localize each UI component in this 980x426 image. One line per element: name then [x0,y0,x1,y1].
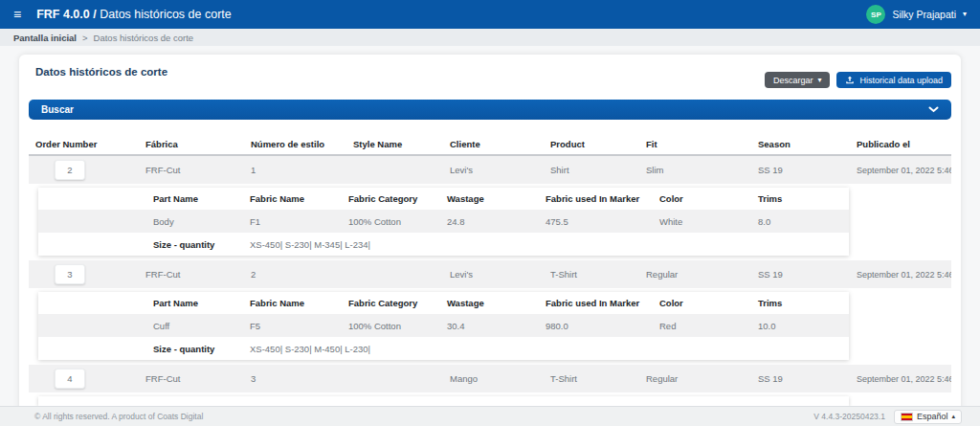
top-bar: ≡ FRF 4.0.0 / Datos históricos de corte … [0,0,980,29]
action-buttons: Descargar ▾ Historical data upload [765,72,951,88]
sub-column-header: Part Name [146,292,243,314]
user-name: Silky Prajapati [892,9,956,20]
sub-column-header: Fabric Name [243,188,342,210]
order-number-cell: 3 [29,260,139,288]
size-quantity-row: Size - quantity XS-450| S-230| M-450| L-… [38,337,849,360]
order-number-button[interactable]: 3 [55,264,85,284]
search-accordion[interactable]: Buscar [29,100,951,120]
order-number-button[interactable]: 4 [55,369,85,389]
language-label: Español [917,412,948,421]
size-quantity-label: Size - quantity [146,337,243,360]
content-card: Datos históricos de corte Descargar ▾ Hi… [19,55,961,426]
style-name-cell [346,365,443,392]
order-number-cell: 2 [29,156,139,184]
size-quantity-label: Size - quantity [146,233,243,256]
sub-column-header: Color [653,188,751,210]
fabric-name-cell: F1 [243,210,342,233]
color-cell: Red [653,314,751,337]
column-header: Fábrica [139,134,244,154]
cliente-cell: Levi's [443,260,544,288]
detail-subtable-partial [38,396,849,406]
fabrica-cell: FRF-Cut [139,156,244,184]
table-header-row: Order Number Fábrica Número de estilo St… [29,134,951,156]
sub-column-header: Fabric Category [342,188,440,210]
user-menu[interactable]: SP Silky Prajapati ▾ [866,5,967,24]
brand-name: FRF 4.0.0 / [36,8,97,21]
footer-right: V 4.4.3-20250423.1 Español ▴ [813,410,962,424]
part-name-cell: Cuff [146,314,243,337]
spacer-cell [38,210,146,233]
caret-down-icon: ▾ [817,77,821,84]
column-header: Número de estilo [244,134,346,154]
publicado-cell: September 01, 2022 5:46pm [850,260,951,288]
footer: © All rights reserved. A product of Coat… [0,406,980,426]
wastage-cell: 24.8 [440,210,539,233]
download-button[interactable]: Descargar ▾ [765,72,831,88]
sub-column-header: Trims [751,292,849,314]
chevron-down-icon: ▾ [963,11,967,18]
size-quantity-row: Size - quantity XS-450| S-230| M-345| L-… [38,233,849,256]
sub-column-header: Fabric used In Marker [539,292,653,314]
spacer-cell [38,292,146,314]
search-accordion-label: Buscar [41,104,74,115]
header-page-title: Datos históricos de corte [100,8,232,21]
avatar: SP [866,5,885,24]
sub-column-header: Fabric used In Marker [539,188,653,210]
copyright-text: © All rights reserved. A product of Coat… [34,412,203,421]
column-header: Product [544,134,639,154]
size-quantity-value: XS-450| S-230| M-345| L-234| [243,233,849,256]
column-header: Fit [639,134,751,154]
numero-estilo-cell: 2 [244,260,346,288]
sub-column-header: Fabric Name [243,292,342,314]
breadcrumb-home-link[interactable]: Pantalla inicial [13,33,77,43]
cliente-cell: Mango [443,365,544,392]
fabric-name-cell: F5 [243,314,342,337]
breadcrumb-separator: > [82,33,88,43]
table-row: 3 FRF-Cut 2 Levi's T-Shirt Regular SS 19… [29,260,951,288]
sub-column-header: Part Name [146,188,243,210]
hamburger-menu-icon[interactable]: ≡ [13,8,21,21]
sub-column-header: Fabric Category [342,292,440,314]
table-row: 2 FRF-Cut 1 Levi's Shirt Slim SS 19 Sept… [29,156,951,184]
sub-column-header: Wastage [440,188,539,210]
spain-flag-icon [901,413,913,421]
chevron-down-icon [928,106,939,113]
part-name-cell: Body [146,210,243,233]
sub-column-header: Trims [751,188,849,210]
version-text: V 4.4.3-20250423.1 [813,412,885,421]
season-cell: SS 19 [751,156,850,184]
fabric-used-cell: 475.5 [539,210,653,233]
style-name-cell [346,156,443,184]
upload-button-label: Historical data upload [859,76,943,85]
subtable-header-row: Part Name Fabric Name Fabric Category Wa… [38,188,849,210]
publicado-cell: September 01, 2022 5:46pm [850,156,951,184]
spacer-cell [38,314,146,337]
sub-column-header: Color [653,292,751,314]
product-cell: Shirt [544,156,639,184]
column-header: Publicado el [850,134,951,154]
spacer-cell [38,188,146,210]
numero-estilo-cell: 1 [244,156,346,184]
product-cell: T-Shirt [544,365,639,392]
trims-cell: 10.0 [751,314,849,337]
table-row: 4 FRF-Cut 3 Mango T-Shirt Regular SS 19 … [29,365,951,392]
fabric-category-cell: 100% Cotton [342,314,440,337]
sub-column-header: Wastage [440,292,539,314]
historical-data-upload-button[interactable]: Historical data upload [836,72,951,88]
numero-estilo-cell: 3 [244,365,346,392]
publicado-cell: September 01, 2022 5:46pm [850,365,951,392]
subtable-data-row: Cuff F5 100% Cotton 30.4 980.0 Red 10.0 [38,314,849,337]
wastage-cell: 30.4 [440,314,539,337]
column-header: Style Name [346,134,443,154]
order-number-button[interactable]: 2 [55,160,85,180]
season-cell: SS 19 [751,365,850,392]
subtable-data-row: Body F1 100% Cotton 24.8 475.5 White 8.0 [38,210,849,233]
language-selector-button[interactable]: Español ▴ [894,410,962,424]
fabrica-cell: FRF-Cut [139,260,244,288]
size-quantity-value: XS-450| S-230| M-450| L-230| [243,337,849,360]
fabric-used-cell: 980.0 [539,314,653,337]
detail-subtable: Part Name Fabric Name Fabric Category Wa… [38,188,849,256]
fit-cell: Regular [639,260,751,288]
season-cell: SS 19 [751,260,850,288]
trims-cell: 8.0 [751,210,849,233]
